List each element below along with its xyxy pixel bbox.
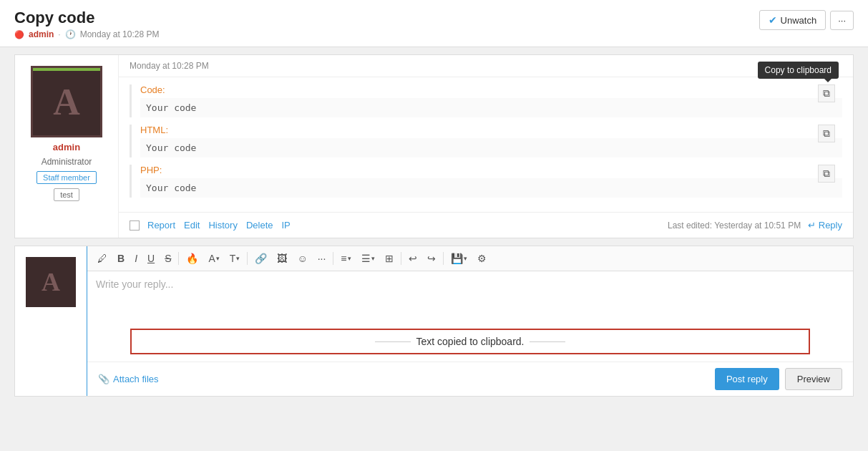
page-header: Copy code 🔴 admin · 🕐 Monday at 10:28 PM [0, 0, 868, 47]
toolbar-sep-3 [333, 252, 333, 265]
save-button[interactable]: 💾 ▾ [447, 251, 472, 266]
emoji-button[interactable]: ☺ [293, 251, 311, 266]
post-content: Code: Your code Copy to clipboard ⧉ HTML… [119, 77, 853, 212]
reply-button[interactable]: ↵ Reply [808, 220, 842, 231]
editor-toolbar: 🖊 B I U S 🔥 A ▾ T ▾ 🔗 🖼 ☺ ··· ≡ ▾ [87, 246, 853, 271]
bold-button[interactable]: B [113, 251, 129, 266]
color-button[interactable]: 🔥 [182, 251, 203, 266]
page-title: Copy code [14, 9, 854, 27]
copy-button-2[interactable]: ⧉ [818, 125, 835, 142]
main-content: A admin Administrator Staff member test … [0, 54, 868, 397]
format-button[interactable]: 🖊 [93, 251, 112, 266]
delete-link[interactable]: Delete [243, 218, 277, 232]
code-text-3: Your code [140, 178, 842, 198]
reply-avatar-letter: A [42, 267, 60, 297]
reply-footer: 📎 Attach files Post reply Preview [87, 362, 853, 396]
paperclip-icon: 📎 [98, 374, 109, 384]
username[interactable]: admin [53, 142, 80, 152]
toast-message: Text copied to clipboard. [416, 336, 525, 347]
toast-line-left [375, 341, 411, 342]
redo-button[interactable]: ↪ [423, 251, 440, 266]
toolbar-sep-5 [443, 252, 444, 265]
size-button[interactable]: T ▾ [225, 251, 245, 266]
toast-line-right [530, 341, 565, 342]
strike-button[interactable]: S [160, 251, 175, 266]
reply-avatar: A [15, 246, 87, 396]
align-button[interactable]: ≡ ▾ [336, 251, 355, 266]
post-actions: Report Edit History Delete IP [130, 218, 294, 232]
more-toolbar-button[interactable]: ··· [313, 251, 331, 266]
post-date: Monday at 10:28 PM [80, 29, 160, 39]
select-checkbox[interactable] [130, 220, 140, 231]
reply-section: A 🖊 B I U S 🔥 A ▾ T ▾ 🔗 � [14, 246, 854, 397]
toast-inner: Text copied to clipboard. [375, 336, 566, 347]
toolbar-sep-4 [401, 252, 401, 265]
image-button[interactable]: 🖼 [273, 251, 291, 266]
post-edit-info: Last edited: Yesterday at 10:51 PM [668, 220, 801, 231]
underline-button[interactable]: U [143, 251, 159, 266]
editor-placeholder: Write your reply... [96, 278, 173, 290]
code-label-1: Code: [140, 84, 842, 95]
copy-tooltip: Copy to clipboard [758, 62, 839, 79]
italic-button[interactable]: I [130, 251, 142, 266]
reply-editor: 🖊 B I U S 🔥 A ▾ T ▾ 🔗 🖼 ☺ ··· ≡ ▾ [87, 246, 853, 396]
test-badge: test [54, 188, 79, 201]
unwatch-button[interactable]: ✔ Unwatch [759, 10, 826, 30]
page-meta: 🔴 admin · 🕐 Monday at 10:28 PM [14, 29, 854, 39]
table-button[interactable]: ⊞ [381, 251, 398, 266]
edit-link[interactable]: Edit [180, 218, 203, 232]
reply-avatar-img: A [26, 257, 76, 307]
history-link[interactable]: History [205, 218, 240, 232]
code-label-2: HTML: [140, 125, 842, 135]
report-link[interactable]: Report [144, 218, 179, 232]
font-button[interactable]: A ▾ [204, 251, 223, 266]
settings-button[interactable]: ⚙ [473, 251, 491, 266]
post-footer: Report Edit History Delete IP Last edite… [119, 212, 853, 238]
post-body: Monday at 10:28 PM Code: Your code Copy … [119, 55, 853, 238]
attach-files-link[interactable]: 📎 Attach files [98, 374, 159, 384]
editor-area[interactable]: Write your reply... [87, 271, 853, 329]
copy-button-3[interactable]: ⧉ [818, 165, 835, 183]
clipboard-toast: Text copied to clipboard. [130, 329, 810, 354]
post-container: A admin Administrator Staff member test … [14, 54, 854, 238]
user-sidebar: A admin Administrator Staff member test [15, 55, 119, 238]
staff-badge: Staff member [36, 171, 97, 184]
code-block-3: PHP: Your code ⧉ [130, 165, 842, 198]
reply-buttons: Post reply Preview [715, 368, 842, 390]
post-reply-button[interactable]: Post reply [715, 368, 779, 390]
preview-button[interactable]: Preview [785, 368, 842, 390]
copy-button-1[interactable]: ⧉ [818, 84, 835, 102]
ip-link[interactable]: IP [278, 218, 293, 232]
avatar: A [31, 66, 102, 137]
list-button[interactable]: ☰ ▾ [357, 251, 379, 266]
code-text-1: Your code [140, 98, 842, 117]
toolbar-sep-2 [247, 252, 248, 265]
code-text-2: Your code [140, 138, 842, 157]
post-timestamp: Monday at 10:28 PM [119, 55, 853, 77]
code-block-2: HTML: Your code ⧉ [130, 125, 842, 157]
check-icon: ✔ [769, 14, 777, 26]
undo-button[interactable]: ↩ [404, 251, 421, 266]
more-button[interactable]: ··· [830, 11, 854, 30]
top-actions: ✔ Unwatch ··· [759, 10, 854, 30]
avatar-letter: A [53, 81, 80, 123]
author-link[interactable]: admin [29, 29, 54, 39]
link-button[interactable]: 🔗 [250, 251, 271, 266]
code-label-3: PHP: [140, 165, 842, 175]
user-role: Administrator [42, 157, 92, 167]
toolbar-sep-1 [178, 252, 179, 265]
code-block-1: Code: Your code Copy to clipboard ⧉ [130, 84, 842, 117]
